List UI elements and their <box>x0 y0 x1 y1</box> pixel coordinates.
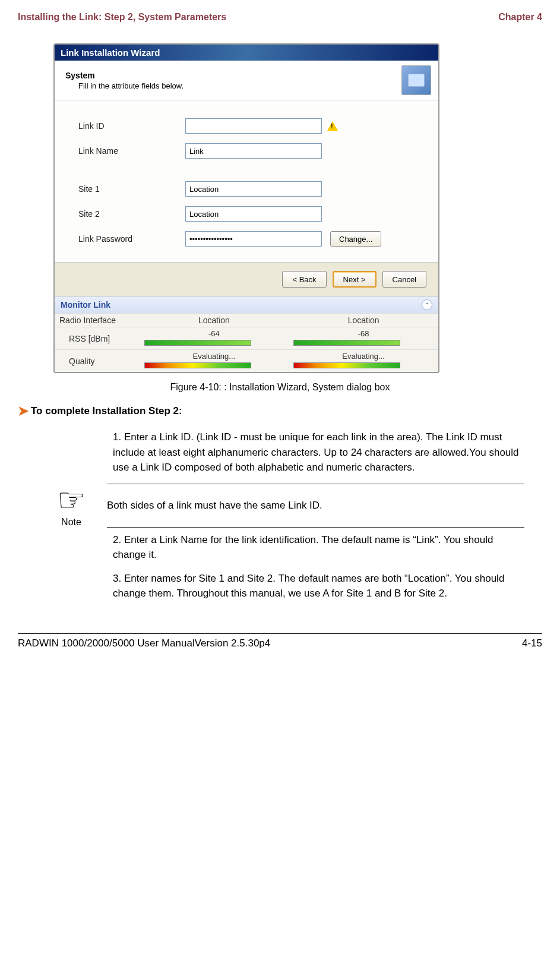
link-id-label: Link ID <box>78 121 185 131</box>
rss-value-2: -68 <box>293 329 434 338</box>
wizard-header-area: System Fill in the attribute fields belo… <box>55 61 438 100</box>
wizard-window: Link Installation Wizard System Fill in … <box>53 43 439 373</box>
wizard-header-title: System <box>65 71 401 80</box>
link-password-label: Link Password <box>78 234 185 244</box>
cancel-button[interactable]: Cancel <box>382 271 426 288</box>
step-1-text: 1. Enter a Link ID. (Link ID - must be u… <box>113 430 524 475</box>
arrow-icon: ➤ <box>18 403 29 419</box>
site1-label: Site 1 <box>78 184 185 194</box>
wizard-button-row: < Back Next > Cancel <box>55 262 438 296</box>
figure-caption: Figure 4-10: : Installation Wizard, Syst… <box>18 382 542 393</box>
site2-input[interactable] <box>185 206 322 222</box>
wizard-body: Link ID Link Name Site 1 Site 2 Link Pas… <box>55 100 438 262</box>
quality-text-1: Evaluating... <box>144 352 284 361</box>
monitor-col-loc1: Location <box>140 314 289 327</box>
quality-text-2: Evaluating... <box>293 352 434 361</box>
quality-row-label: Quality <box>55 350 140 373</box>
footer-right: 4-15 <box>522 638 542 649</box>
back-button[interactable]: < Back <box>282 271 326 288</box>
link-id-input[interactable] <box>185 118 322 134</box>
quality-bar-2 <box>293 362 400 368</box>
quality-bar-1 <box>144 362 251 368</box>
wizard-header-sub: Fill in the attribute fields below. <box>78 81 401 90</box>
site1-input[interactable] <box>185 181 322 197</box>
rss-bar-2 <box>293 340 400 346</box>
rss-bar-1 <box>144 340 251 346</box>
warning-icon <box>327 120 338 132</box>
monitor-icon <box>401 65 431 95</box>
procedure-heading-text: To complete Installation Step 2: <box>31 405 182 417</box>
step-2-text: 2. Enter a Link Name for the link identi… <box>113 532 524 563</box>
note-block: ☞ Note Both sides of a link must have th… <box>36 484 524 528</box>
footer-left: RADWIN 1000/2000/5000 User ManualVersion… <box>18 638 270 649</box>
wizard-titlebar: Link Installation Wizard <box>55 45 438 61</box>
note-label: Note <box>36 517 107 528</box>
link-name-input[interactable] <box>185 143 322 159</box>
link-name-label: Link Name <box>78 146 185 156</box>
site2-label: Site 2 <box>78 209 185 219</box>
monitor-col-radio: Radio Interface <box>55 314 140 327</box>
change-button[interactable]: Change... <box>330 231 381 247</box>
next-button[interactable]: Next > <box>333 271 377 288</box>
pointing-hand-icon: ☞ <box>36 484 107 516</box>
step-3-text: 3. Enter names for Site 1 and Site 2. Th… <box>113 571 524 601</box>
rss-value-1: -64 <box>144 329 284 338</box>
rss-row-label: RSS [dBm] <box>55 327 140 350</box>
monitor-link-bar[interactable]: Monitor Link ⌃ <box>55 296 438 313</box>
procedure-heading: ➤ To complete Installation Step 2: <box>18 403 542 419</box>
monitor-link-title: Monitor Link <box>61 300 110 310</box>
header-right: Chapter 4 <box>498 12 542 23</box>
link-password-input[interactable] <box>185 231 322 247</box>
header-left: Installing the Link: Step 2, System Para… <box>18 12 226 23</box>
chevron-up-icon[interactable]: ⌃ <box>422 299 432 310</box>
note-text: Both sides of a link must have the same … <box>107 500 524 512</box>
monitor-table: Radio Interface Location Location RSS [d… <box>55 313 438 372</box>
monitor-col-loc2: Location <box>289 314 438 327</box>
